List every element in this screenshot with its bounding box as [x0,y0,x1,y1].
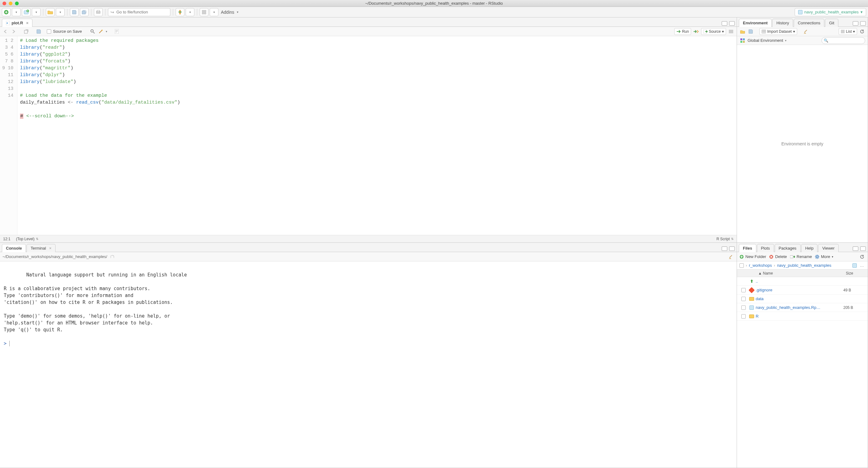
tab-viewer[interactable]: Viewer [818,244,839,252]
tab-console[interactable]: Console [2,244,26,252]
tools-dropdown[interactable]: ▾ [186,8,194,16]
new-project-button[interactable] [22,8,31,16]
new-file-button[interactable] [2,8,10,16]
refresh-files-button[interactable] [859,254,865,260]
svg-rect-21 [729,31,733,32]
file-row[interactable]: R [737,312,868,321]
file-name[interactable]: .gitignore [756,288,843,292]
new-file-dropdown[interactable]: ▾ [12,8,21,16]
file-name[interactable]: .. [756,279,843,284]
save-all-button[interactable] [80,8,89,16]
print-button[interactable] [94,8,103,16]
goto-input[interactable] [108,8,170,16]
maximize-pane-button[interactable] [860,21,866,26]
close-window-button[interactable] [2,2,6,5]
files-header-size[interactable]: Size [846,271,868,276]
env-scope-label[interactable]: Global Environment [748,38,783,43]
project-selector[interactable]: navy_public_health_examples ▾ [795,8,866,16]
find-button[interactable] [90,28,96,35]
source-button[interactable]: Source ▾ [701,28,726,35]
rename-button[interactable]: Rename [790,254,812,259]
popout-button[interactable] [23,28,29,35]
file-type-indicator[interactable]: R Script [716,237,730,241]
file-row[interactable]: data [737,294,868,303]
run-button[interactable]: Run [674,28,691,35]
file-checkbox[interactable] [741,297,746,301]
new-folder-button[interactable]: New Folder [740,254,766,259]
grid-button[interactable] [200,8,209,16]
breadcrumb-segment[interactable]: r_workshops [749,263,772,268]
delete-button[interactable]: Delete [769,254,787,259]
minimize-pane-button[interactable] [722,21,727,26]
file-name[interactable]: data [756,297,843,301]
new-project-dropdown[interactable]: ▾ [32,8,40,16]
clear-console-button[interactable] [728,254,734,260]
minimize-pane-button[interactable] [722,247,727,251]
source-on-save-checkbox[interactable] [47,29,51,34]
nav-fwd-button[interactable] [10,28,17,35]
env-filter[interactable]: 🔍 [822,37,865,44]
nav-back-button[interactable] [2,28,9,35]
compile-report-button[interactable] [114,28,120,35]
file-checkbox[interactable] [741,288,746,292]
code-editor[interactable]: 1 2 3 4 5 6 7 8 9 10 11 12 13 14 # Load … [0,36,737,235]
load-workspace-button[interactable] [740,28,746,35]
minimize-pane-button[interactable] [853,21,858,26]
console-output[interactable]: Natural language support but running in … [0,261,737,468]
tab-help[interactable]: Help [801,244,818,252]
console-prompt: > [4,341,6,346]
scope-dropdown-icon[interactable]: ⇅ [35,237,38,241]
addins-menu[interactable]: Addins [220,10,236,15]
tab-history[interactable]: History [772,19,793,27]
minimize-pane-button[interactable] [853,247,858,251]
breadcrumb-segment[interactable]: navy_public_health_examples [777,263,831,268]
outline-button[interactable] [728,28,734,35]
breadcrumb-more-button[interactable]: … [859,263,865,268]
open-recent-dropdown[interactable]: ▾ [56,8,65,16]
tools-button[interactable] [176,8,184,16]
files-header-name[interactable]: ▲ Name [757,271,846,276]
code-body[interactable]: # Load the required packages library("re… [18,36,737,235]
close-terminal-icon[interactable]: × [49,246,52,251]
source-tab-plotR[interactable]: plot.R × [2,19,32,27]
file-checkbox[interactable] [741,314,746,318]
maximize-pane-button[interactable] [729,247,735,251]
maximize-pane-button[interactable] [729,21,735,26]
tab-packages[interactable]: Packages [775,244,801,252]
tab-terminal[interactable]: Terminal× [27,244,56,252]
code-tools-button[interactable] [98,28,104,35]
env-view-mode[interactable]: List▾ [839,28,857,35]
close-tab-icon[interactable]: × [26,21,29,25]
goto-cwd-button[interactable] [109,254,116,260]
traffic-lights [2,2,19,5]
file-name[interactable]: navy_public_health_examples.Rp… [756,305,843,310]
more-button[interactable]: More▾ [815,254,833,259]
save-file-button[interactable] [36,28,42,35]
tab-plots[interactable]: Plots [757,244,774,252]
project-icon[interactable] [852,263,857,268]
clear-env-button[interactable] [803,28,809,35]
file-row[interactable]: ⬆.. [737,277,868,286]
open-file-button[interactable] [46,8,55,16]
grid-dropdown[interactable]: ▾ [210,8,218,16]
save-workspace-button[interactable] [748,28,754,35]
scope-indicator[interactable]: (Top Level) [16,237,34,241]
tab-environment[interactable]: Environment [739,19,772,27]
import-dataset-button[interactable]: Import Dataset▾ [760,28,797,35]
select-all-checkbox[interactable] [740,263,744,268]
svg-rect-10 [204,12,206,14]
tab-connections[interactable]: Connections [794,19,824,27]
file-checkbox[interactable] [741,306,746,310]
minimize-window-button[interactable] [9,2,12,5]
file-name[interactable]: R [756,314,843,318]
save-button[interactable] [70,8,79,16]
file-row[interactable]: .gitignore49 B [737,286,868,294]
tab-files[interactable]: Files [739,244,756,252]
goto-file-function[interactable]: ↪ [108,8,170,16]
refresh-env-button[interactable] [859,28,865,35]
rerun-button[interactable] [693,28,699,35]
zoom-window-button[interactable] [15,2,19,5]
file-row[interactable]: navy_public_health_examples.Rp…205 B [737,303,868,312]
maximize-pane-button[interactable] [860,247,866,251]
tab-git[interactable]: Git [825,19,838,27]
